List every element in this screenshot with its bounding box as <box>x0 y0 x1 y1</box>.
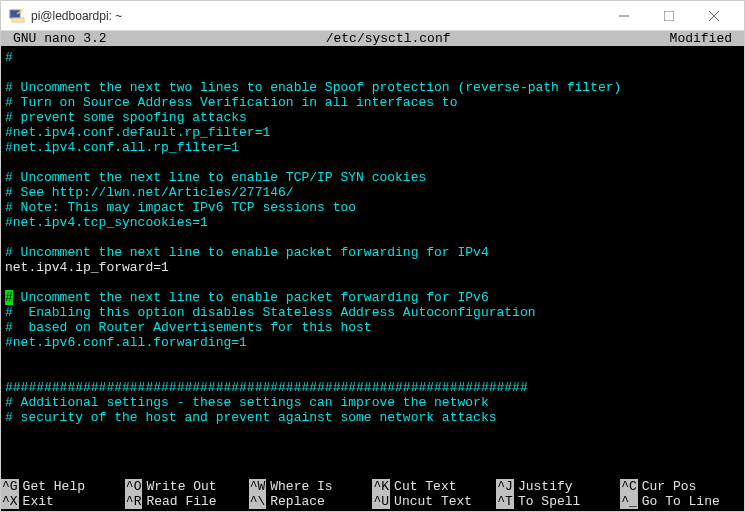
editor-line: #net.ipv4.tcp_syncookies=1 <box>5 215 744 230</box>
editor-line: net.ipv4.ip_forward=1 <box>5 260 744 275</box>
editor-line: # Uncomment the next line to enable TCP/… <box>5 170 744 185</box>
editor-content[interactable]: ## Uncomment the next two lines to enabl… <box>1 46 744 479</box>
shortcut-item: ^CCur Pos <box>620 479 744 494</box>
editor-line: # Uncomment the next two lines to enable… <box>5 80 744 95</box>
cursor: # <box>5 290 13 305</box>
shortcut-key: ^C <box>620 479 638 494</box>
editor-line: # Note: This may impact IPv6 TCP session… <box>5 200 744 215</box>
shortcut-label: Cur Pos <box>642 479 697 494</box>
shortcut-label: Get Help <box>23 479 85 494</box>
shortcut-key: ^J <box>496 479 514 494</box>
window-controls <box>601 2 736 30</box>
shortcut-key: ^O <box>125 479 143 494</box>
editor-line: # Uncomment the next line to enable pack… <box>5 245 744 260</box>
shortcut-key: ^K <box>372 479 390 494</box>
shortcut-row: ^XExit^RRead File^\Replace^UUncut Text^T… <box>1 494 744 509</box>
shortcut-item: ^RRead File <box>125 494 249 509</box>
nano-shortcut-bar: ^GGet Help^OWrite Out^WWhere Is^KCut Tex… <box>1 479 744 511</box>
svg-rect-1 <box>12 18 24 22</box>
shortcut-key: ^G <box>1 479 19 494</box>
close-button[interactable] <box>691 2 736 30</box>
editor-line: # Enabling this option disables Stateles… <box>5 305 744 320</box>
editor-line: # security of the host and prevent again… <box>5 410 744 425</box>
putty-icon <box>9 8 25 24</box>
editor-line: ########################################… <box>5 380 744 395</box>
shortcut-row: ^GGet Help^OWrite Out^WWhere Is^KCut Tex… <box>1 479 744 494</box>
shortcut-label: Exit <box>23 494 54 509</box>
editor-line: # Uncomment the next line to enable pack… <box>5 290 744 305</box>
editor-line <box>5 365 744 380</box>
terminal-area[interactable]: GNU nano 3.2 /etc/sysctl.conf Modified #… <box>1 31 744 511</box>
shortcut-label: Go To Line <box>642 494 720 509</box>
nano-app-name: GNU nano 3.2 <box>13 31 107 46</box>
shortcut-key: ^R <box>125 494 143 509</box>
shortcut-item: ^JJustify <box>496 479 620 494</box>
shortcut-label: To Spell <box>518 494 580 509</box>
window-title: pi@ledboardpi: ~ <box>31 9 601 23</box>
shortcut-item: ^KCut Text <box>372 479 496 494</box>
shortcut-key: ^_ <box>620 494 638 509</box>
shortcut-item: ^_Go To Line <box>620 494 744 509</box>
svg-rect-4 <box>664 11 674 21</box>
shortcut-item: ^TTo Spell <box>496 494 620 509</box>
shortcut-label: Where Is <box>270 479 332 494</box>
shortcut-key: ^T <box>496 494 514 509</box>
shortcut-label: Write Out <box>146 479 216 494</box>
nano-modified-status: Modified <box>670 31 732 46</box>
terminal-window: pi@ledboardpi: ~ GNU nano 3.2 /etc/sysct… <box>0 0 745 512</box>
shortcut-label: Uncut Text <box>394 494 472 509</box>
shortcut-item: ^WWhere Is <box>249 479 373 494</box>
shortcut-key: ^X <box>1 494 19 509</box>
editor-line <box>5 65 744 80</box>
minimize-button[interactable] <box>601 2 646 30</box>
editor-line: # <box>5 50 744 65</box>
editor-line: # Additional settings - these settings c… <box>5 395 744 410</box>
svg-rect-0 <box>10 10 20 18</box>
editor-line <box>5 275 744 290</box>
nano-status-bar: GNU nano 3.2 /etc/sysctl.conf Modified <box>1 31 744 46</box>
shortcut-item: ^UUncut Text <box>372 494 496 509</box>
editor-line: # based on Router Advertisements for thi… <box>5 320 744 335</box>
window-titlebar: pi@ledboardpi: ~ <box>1 1 744 31</box>
editor-line <box>5 230 744 245</box>
shortcut-item: ^XExit <box>1 494 125 509</box>
editor-line: # Turn on Source Address Verification in… <box>5 95 744 110</box>
editor-line: #net.ipv4.conf.all.rp_filter=1 <box>5 140 744 155</box>
nano-filename: /etc/sysctl.conf <box>107 31 670 46</box>
shortcut-label: Justify <box>518 479 573 494</box>
shortcut-item: ^\Replace <box>249 494 373 509</box>
shortcut-label: Replace <box>270 494 325 509</box>
shortcut-key: ^\ <box>249 494 267 509</box>
shortcut-label: Cut Text <box>394 479 456 494</box>
shortcut-key: ^U <box>372 494 390 509</box>
shortcut-label: Read File <box>146 494 216 509</box>
maximize-button[interactable] <box>646 2 691 30</box>
editor-line: #net.ipv4.conf.default.rp_filter=1 <box>5 125 744 140</box>
shortcut-item: ^OWrite Out <box>125 479 249 494</box>
shortcut-key: ^W <box>249 479 267 494</box>
shortcut-item: ^GGet Help <box>1 479 125 494</box>
editor-line: # prevent some spoofing attacks <box>5 110 744 125</box>
editor-line: #net.ipv6.conf.all.forwarding=1 <box>5 335 744 350</box>
editor-line <box>5 155 744 170</box>
editor-line: # See http://lwn.net/Articles/277146/ <box>5 185 744 200</box>
editor-line <box>5 350 744 365</box>
